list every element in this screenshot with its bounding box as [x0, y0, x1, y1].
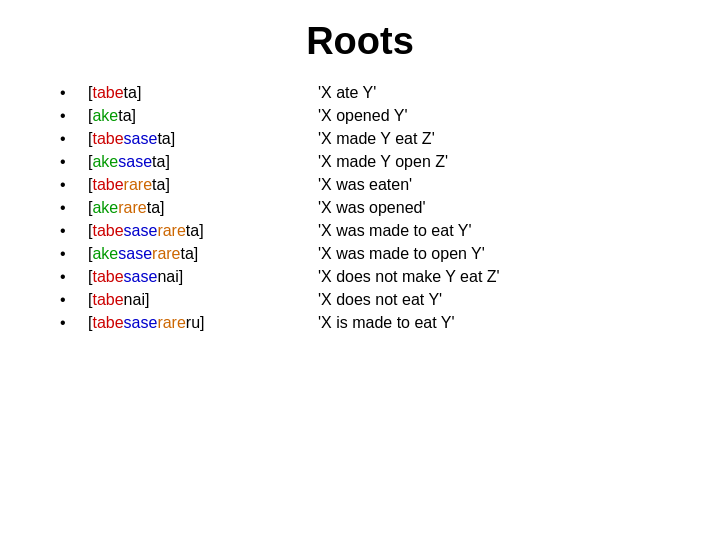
term-part: rare	[157, 222, 185, 239]
term-part: nai]	[124, 291, 150, 308]
list-item: •[tabesaserareta]'X was made to eat Y'	[60, 219, 680, 242]
term: [tabeta]	[88, 84, 318, 102]
term: [tabesaserareta]	[88, 222, 318, 240]
term-part: ta]	[147, 199, 165, 216]
meaning: 'X was eaten'	[318, 176, 412, 194]
bullet-icon: •	[60, 291, 88, 309]
term-part: ake	[92, 107, 118, 124]
term-part: tabe	[92, 84, 123, 101]
term: [tabenai]	[88, 291, 318, 309]
term-part: ake	[92, 199, 118, 216]
list-item: •[taberareta]'X was eaten'	[60, 173, 680, 196]
term: [taberareta]	[88, 176, 318, 194]
term-part: ta]	[157, 130, 175, 147]
term-part: tabe	[92, 291, 123, 308]
list-item: •[aketa]'X opened Y'	[60, 104, 680, 127]
bullet-icon: •	[60, 153, 88, 171]
term-part: ta]	[118, 107, 136, 124]
bullet-icon: •	[60, 245, 88, 263]
list-item: •[tabeta]'X ate Y'	[60, 81, 680, 104]
term-part: tabe	[92, 176, 123, 193]
meaning: 'X made Y open Z'	[318, 153, 448, 171]
list-item: •[tabesasenai]'X does not make Y eat Z'	[60, 265, 680, 288]
term-part: ta]	[124, 84, 142, 101]
term-part: rare	[124, 176, 152, 193]
term-part: rare	[157, 314, 185, 331]
term: [aketa]	[88, 107, 318, 125]
term-part: ru]	[186, 314, 205, 331]
term-part: sase	[118, 153, 152, 170]
term-part: rare	[118, 199, 146, 216]
meaning: 'X does not make Y eat Z'	[318, 268, 500, 286]
meaning: 'X is made to eat Y'	[318, 314, 455, 332]
list-item: •[akesaseta]'X made Y open Z'	[60, 150, 680, 173]
page-title: Roots	[40, 20, 680, 63]
term-part: sase	[124, 222, 158, 239]
term-part: sase	[124, 130, 158, 147]
meaning: 'X was made to eat Y'	[318, 222, 471, 240]
bullet-icon: •	[60, 199, 88, 217]
list-item: •[akerareta]'X was opened'	[60, 196, 680, 219]
bullet-icon: •	[60, 84, 88, 102]
bullet-icon: •	[60, 130, 88, 148]
list-item: •[tabenai]'X does not eat Y'	[60, 288, 680, 311]
term-part: sase	[118, 245, 152, 262]
term-part: ake	[92, 245, 118, 262]
meaning: 'X does not eat Y'	[318, 291, 442, 309]
content: •[tabeta]'X ate Y'•[aketa]'X opened Y'•[…	[60, 81, 680, 334]
term-part: sase	[124, 268, 158, 285]
term-part: tabe	[92, 268, 123, 285]
term-part: ta]	[181, 245, 199, 262]
bullet-icon: •	[60, 222, 88, 240]
list-item: •[tabesaserareru]'X is made to eat Y'	[60, 311, 680, 334]
term-part: tabe	[92, 130, 123, 147]
term: [akesaserareta]	[88, 245, 318, 263]
term-part: ake	[92, 153, 118, 170]
list-item: •[akesaserareta]'X was made to open Y'	[60, 242, 680, 265]
term-part: ta]	[186, 222, 204, 239]
term-part: tabe	[92, 222, 123, 239]
bullet-icon: •	[60, 176, 88, 194]
page: Roots •[tabeta]'X ate Y'•[aketa]'X opene…	[0, 0, 720, 540]
term: [tabesaserareru]	[88, 314, 318, 332]
term-part: ta]	[152, 153, 170, 170]
term-part: rare	[152, 245, 180, 262]
meaning: 'X ate Y'	[318, 84, 376, 102]
term: [tabesaseta]	[88, 130, 318, 148]
bullet-icon: •	[60, 107, 88, 125]
term: [tabesasenai]	[88, 268, 318, 286]
bullet-icon: •	[60, 314, 88, 332]
meaning: 'X was opened'	[318, 199, 426, 217]
term-part: ta]	[152, 176, 170, 193]
meaning: 'X opened Y'	[318, 107, 407, 125]
term: [akesaseta]	[88, 153, 318, 171]
term-part: nai]	[157, 268, 183, 285]
list-item: •[tabesaseta]'X made Y eat Z'	[60, 127, 680, 150]
meaning: 'X made Y eat Z'	[318, 130, 435, 148]
term: [akerareta]	[88, 199, 318, 217]
term-part: sase	[124, 314, 158, 331]
meaning: 'X was made to open Y'	[318, 245, 485, 263]
term-part: tabe	[92, 314, 123, 331]
bullet-icon: •	[60, 268, 88, 286]
